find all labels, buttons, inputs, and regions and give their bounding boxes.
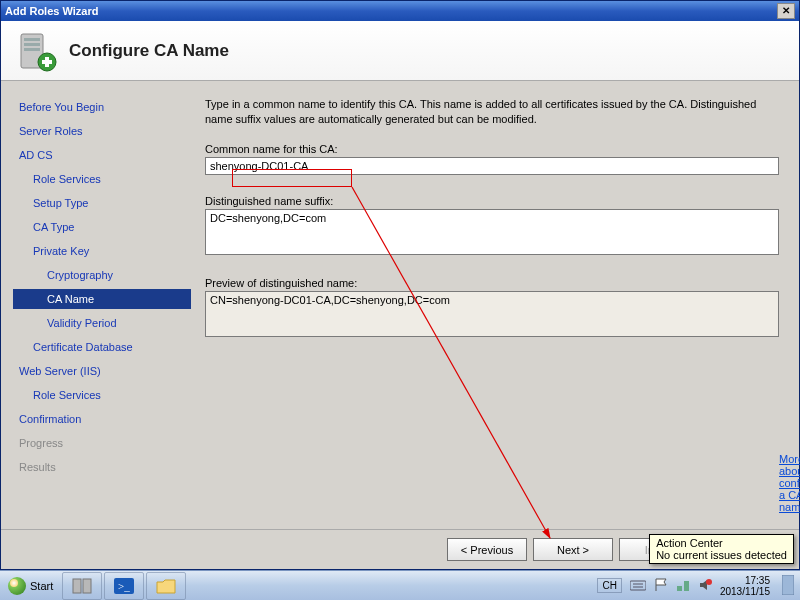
common-name-input[interactable] xyxy=(205,157,779,175)
server-icon xyxy=(15,30,57,72)
dn-suffix-label: Distinguished name suffix: xyxy=(205,195,779,207)
start-button[interactable]: Start xyxy=(0,571,61,601)
system-tray: CH 17:35 2013/11/15 xyxy=(591,571,800,601)
sidebar-item[interactable]: Web Server (IIS) xyxy=(13,361,191,381)
wizard-window: Add Roles Wizard ✕ Configure CA Name Bef… xyxy=(0,0,800,570)
start-label: Start xyxy=(30,580,53,592)
sidebar-item[interactable]: Server Roles xyxy=(13,121,191,141)
clock-date: 2013/11/15 xyxy=(720,586,770,597)
sidebar-item[interactable]: CA Name xyxy=(13,289,191,309)
svg-rect-9 xyxy=(83,579,91,593)
sidebar-item[interactable]: Role Services xyxy=(13,385,191,405)
svg-rect-2 xyxy=(24,43,40,46)
taskbar-clock[interactable]: 17:35 2013/11/15 xyxy=(720,575,774,597)
sidebar-item[interactable]: Role Services xyxy=(13,169,191,189)
preview-output: CN=shenyong-DC01-CA,DC=shenyong,DC=com xyxy=(205,291,779,337)
clock-time: 17:35 xyxy=(720,575,770,586)
sidebar-item[interactable]: CA Type xyxy=(13,217,191,237)
svg-point-17 xyxy=(706,579,712,585)
windows-orb-icon xyxy=(8,577,26,595)
more-link[interactable]: More about configuring a CA name xyxy=(779,453,800,513)
language-indicator[interactable]: CH xyxy=(597,578,621,593)
sidebar-item[interactable]: AD CS xyxy=(13,145,191,165)
description-text: Type in a common name to identify this C… xyxy=(205,97,779,127)
keyboard-icon[interactable] xyxy=(630,579,646,593)
tooltip-title: Action Center xyxy=(656,537,787,549)
action-center-tooltip: Action Center No current issues detected xyxy=(649,534,794,564)
sidebar-item[interactable]: Private Key xyxy=(13,241,191,261)
svg-rect-3 xyxy=(24,48,40,51)
preview-label: Preview of distinguished name: xyxy=(205,277,779,289)
svg-rect-15 xyxy=(677,586,682,591)
show-desktop-button[interactable] xyxy=(782,575,794,597)
sidebar-item[interactable]: Certificate Database xyxy=(13,337,191,357)
sidebar-item[interactable]: Validity Period xyxy=(13,313,191,333)
sidebar-item[interactable]: Setup Type xyxy=(13,193,191,213)
svg-rect-1 xyxy=(24,38,40,41)
taskbar-pinned: >_ xyxy=(61,571,187,601)
svg-rect-16 xyxy=(684,581,689,591)
flag-icon[interactable] xyxy=(654,578,668,594)
sidebar-item[interactable]: Before You Begin xyxy=(13,97,191,117)
previous-button[interactable]: < Previous xyxy=(447,538,527,561)
wizard-body: Before You BeginServer RolesAD CSRole Se… xyxy=(1,83,799,529)
wizard-sidebar: Before You BeginServer RolesAD CSRole Se… xyxy=(1,89,191,527)
sidebar-item: Progress xyxy=(13,433,191,453)
volume-icon[interactable] xyxy=(698,578,712,594)
svg-rect-8 xyxy=(73,579,81,593)
dn-suffix-input[interactable]: DC=shenyong,DC=com xyxy=(205,209,779,255)
network-icon[interactable] xyxy=(676,578,690,594)
taskbar-item-powershell[interactable]: >_ xyxy=(104,572,144,600)
next-button[interactable]: Next > xyxy=(533,538,613,561)
svg-text:>_: >_ xyxy=(118,580,130,592)
window-title: Add Roles Wizard xyxy=(5,5,777,17)
sidebar-item[interactable]: Cryptography xyxy=(13,265,191,285)
sidebar-item: Results xyxy=(13,457,191,477)
taskbar: Start >_ CH 17:35 2013/11/15 xyxy=(0,570,800,600)
taskbar-item-explorer[interactable] xyxy=(146,572,186,600)
close-button[interactable]: ✕ xyxy=(777,3,795,19)
page-title: Configure CA Name xyxy=(69,41,229,61)
svg-rect-12 xyxy=(630,581,646,590)
titlebar[interactable]: Add Roles Wizard ✕ xyxy=(1,1,799,21)
svg-rect-6 xyxy=(42,60,52,64)
wizard-content: Type in a common name to identify this C… xyxy=(191,89,793,527)
common-name-label: Common name for this CA: xyxy=(205,143,779,155)
taskbar-item-server-manager[interactable] xyxy=(62,572,102,600)
svg-rect-18 xyxy=(782,575,794,595)
tooltip-body: No current issues detected xyxy=(656,549,787,561)
sidebar-item[interactable]: Confirmation xyxy=(13,409,191,429)
wizard-header: Configure CA Name xyxy=(1,21,799,81)
